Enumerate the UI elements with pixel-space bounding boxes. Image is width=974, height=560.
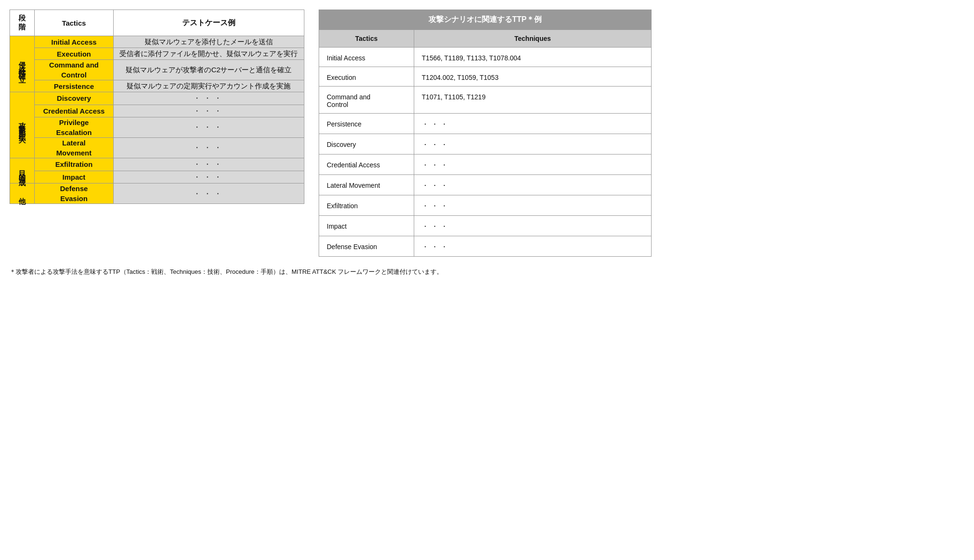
left-table-container: 段階 Tactics テストケース例 侵入経路確立Initial Access疑… bbox=[10, 10, 304, 204]
right-tactics-cell: Credential Access bbox=[319, 154, 414, 175]
right-tactics-cell: Exfiltration bbox=[319, 195, 414, 216]
stage-header: 段階 bbox=[10, 10, 35, 36]
stage-cell: 目的達成 bbox=[10, 158, 35, 183]
table-row: Initial AccessT1566, T1189, T1133, T1078… bbox=[319, 48, 652, 67]
testcase-cell: 受信者に添付ファイルを開かせ、疑似マルウェアを実行 bbox=[113, 48, 304, 60]
right-techniques-cell: ・・・ bbox=[414, 134, 651, 154]
tactics-header: Tactics bbox=[35, 10, 114, 36]
stage-cell: 侵入経路確立 bbox=[10, 36, 35, 92]
table-row: Discovery・・・ bbox=[319, 134, 652, 154]
table-row: Exfiltration・・・ bbox=[319, 195, 652, 216]
right-tactics-cell: Impact bbox=[319, 216, 414, 236]
table-row: Persistence・・・ bbox=[319, 114, 652, 134]
testcase-cell: 疑似マルウェアの定期実行やアカウント作成を実施 bbox=[113, 80, 304, 92]
right-table: 攻撃シナリオに関連するTTP＊例 Tactics Techniques Init… bbox=[319, 10, 652, 257]
testcase-cell: 疑似マルウェアが攻撃者のC2サーバーと通信を確立 bbox=[113, 60, 304, 80]
table-row: Lateral Movement・・・ bbox=[10, 138, 304, 158]
table-row: Execution受信者に添付ファイルを開かせ、疑似マルウェアを実行 bbox=[10, 48, 304, 60]
table-row: 他Defense Evasion・・・ bbox=[10, 183, 304, 204]
right-techniques-cell: ・・・ bbox=[414, 175, 651, 195]
tactics-cell: Persistence bbox=[35, 80, 114, 92]
right-tactics-cell: Execution bbox=[319, 67, 414, 87]
testcase-cell: ・・・ bbox=[113, 92, 304, 105]
table-row: Command and Control疑似マルウェアが攻撃者のC2サーバーと通信… bbox=[10, 60, 304, 80]
footnote: ＊攻撃者による攻撃手法を意味するTTP（Tactics：戦術、Technique… bbox=[10, 267, 713, 277]
stage-cell: 他 bbox=[10, 183, 35, 204]
tactics-cell: Command and Control bbox=[35, 60, 114, 80]
tactics-cell: Credential Access bbox=[35, 105, 114, 117]
tables-row: 段階 Tactics テストケース例 侵入経路確立Initial Access疑… bbox=[10, 10, 713, 257]
table-row: Defense Evasion・・・ bbox=[319, 236, 652, 257]
tactics-cell: Lateral Movement bbox=[35, 138, 114, 158]
table-row: 目的達成Exfiltration・・・ bbox=[10, 158, 304, 171]
tactics-cell: Execution bbox=[35, 48, 114, 60]
tactics-cell: Discovery bbox=[35, 92, 114, 105]
testcase-cell: ・・・ bbox=[113, 117, 304, 138]
right-techniques-cell: ・・・ bbox=[414, 236, 651, 257]
testcase-cell: 疑似マルウェアを添付したメールを送信 bbox=[113, 36, 304, 48]
table-row: Command and ControlT1071, T1105, T1219 bbox=[319, 87, 652, 114]
table-row: ExecutionT1204.002, T1059, T1053 bbox=[319, 67, 652, 87]
tactics-cell: Defense Evasion bbox=[35, 183, 114, 204]
table-row: 攻撃範囲拡大Discovery・・・ bbox=[10, 92, 304, 105]
tactics-cell: Initial Access bbox=[35, 36, 114, 48]
testcase-cell: ・・・ bbox=[113, 138, 304, 158]
stage-cell: 攻撃範囲拡大 bbox=[10, 92, 35, 158]
table-row: 侵入経路確立Initial Access疑似マルウェアを添付したメールを送信 bbox=[10, 36, 304, 48]
table-row: Lateral Movement・・・ bbox=[319, 175, 652, 195]
right-tactics-cell: Discovery bbox=[319, 134, 414, 154]
tactics-cell: Exfiltration bbox=[35, 158, 114, 171]
right-tactics-cell: Command and Control bbox=[319, 87, 414, 114]
right-techniques-cell: T1566, T1189, T1133, T1078.004 bbox=[414, 48, 651, 67]
right-techniques-cell: T1204.002, T1059, T1053 bbox=[414, 67, 651, 87]
left-table: 段階 Tactics テストケース例 侵入経路確立Initial Access疑… bbox=[10, 10, 304, 204]
right-main-header: 攻撃シナリオに関連するTTP＊例 bbox=[319, 10, 652, 30]
testcase-cell: ・・・ bbox=[113, 171, 304, 183]
right-tactics-cell: Initial Access bbox=[319, 48, 414, 67]
right-tactics-cell: Defense Evasion bbox=[319, 236, 414, 257]
table-row: Persistence疑似マルウェアの定期実行やアカウント作成を実施 bbox=[10, 80, 304, 92]
right-techniques-cell: ・・・ bbox=[414, 216, 651, 236]
testcase-cell: ・・・ bbox=[113, 158, 304, 171]
right-techniques-cell: T1071, T1105, T1219 bbox=[414, 87, 651, 114]
right-tactics-cell: Lateral Movement bbox=[319, 175, 414, 195]
testcase-cell: ・・・ bbox=[113, 183, 304, 204]
table-row: Credential Access・・・ bbox=[10, 105, 304, 117]
table-row: Privilege Escalation・・・ bbox=[10, 117, 304, 138]
right-techniques-cell: ・・・ bbox=[414, 114, 651, 134]
right-tactics-header: Tactics bbox=[319, 30, 414, 48]
right-techniques-cell: ・・・ bbox=[414, 195, 651, 216]
table-row: Credential Access・・・ bbox=[319, 154, 652, 175]
page-wrapper: 段階 Tactics テストケース例 侵入経路確立Initial Access疑… bbox=[10, 10, 713, 277]
right-techniques-cell: ・・・ bbox=[414, 154, 651, 175]
right-tactics-cell: Persistence bbox=[319, 114, 414, 134]
table-row: Impact・・・ bbox=[10, 171, 304, 183]
right-table-container: 攻撃シナリオに関連するTTP＊例 Tactics Techniques Init… bbox=[319, 10, 652, 257]
tactics-cell: Impact bbox=[35, 171, 114, 183]
testcase-cell: ・・・ bbox=[113, 105, 304, 117]
table-row: Impact・・・ bbox=[319, 216, 652, 236]
right-techniques-header: Techniques bbox=[414, 30, 651, 48]
testcase-header: テストケース例 bbox=[113, 10, 304, 36]
tactics-cell: Privilege Escalation bbox=[35, 117, 114, 138]
